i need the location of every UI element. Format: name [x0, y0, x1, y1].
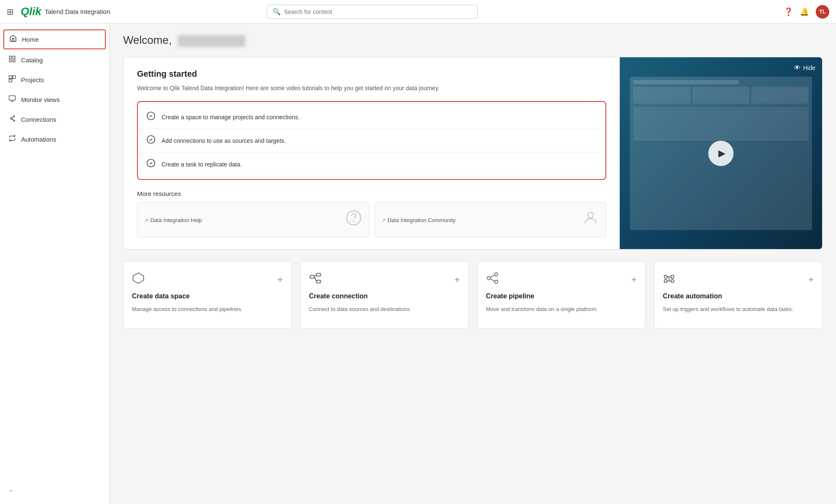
quick-action-create-connection[interactable]: + Create connection Connect to data sour… [300, 261, 469, 329]
topnav-right-section: ❓ 🔔 TL [784, 5, 829, 19]
svg-line-30 [490, 275, 495, 278]
svg-point-29 [495, 280, 498, 284]
video-thumbnail [620, 57, 822, 249]
svg-line-26 [314, 277, 316, 281]
sidebar-item-home-label: Home [22, 36, 39, 43]
qa-header-data-space: + [132, 272, 283, 287]
svg-point-12 [13, 120, 15, 121]
help-resource-icon [345, 209, 362, 230]
welcome-heading: Welcome, [123, 34, 823, 47]
qa-title-connection: Create connection [309, 292, 460, 300]
pipeline-icon [486, 272, 499, 287]
connection-icon [309, 272, 322, 287]
svg-rect-32 [664, 276, 667, 278]
resource-help-label: Data Integration Help [150, 217, 202, 223]
checklist-item-2[interactable]: Create a task to replicate data. [138, 153, 605, 176]
video-panel: 👁 Hide [620, 57, 822, 249]
svg-rect-5 [13, 76, 16, 79]
quick-actions: + Create data space Manage access to con… [123, 261, 823, 329]
checklist-item-1[interactable]: Add connections to use as sources and ta… [138, 129, 605, 153]
notifications-icon[interactable]: 🔔 [800, 7, 809, 16]
getting-started-description: Welcome to Qlik Talend Data Integration!… [137, 84, 606, 93]
svg-rect-6 [9, 79, 12, 82]
resource-cards: ↗ Data Integration Help ↗ Data Integr [137, 202, 606, 237]
checklist-item-0[interactable]: Create a space to manage projects and co… [138, 105, 605, 129]
getting-started-left: Getting started Welcome to Qlik Talend D… [124, 57, 620, 249]
community-resource-icon [582, 209, 599, 230]
video-screenshot [630, 77, 812, 230]
sidebar: Home Catalog Projects M [0, 24, 110, 504]
catalog-icon [8, 55, 16, 65]
sidebar-item-catalog[interactable]: Catalog [0, 50, 109, 70]
search-icon: 🔍 [272, 8, 281, 16]
quick-action-create-automation[interactable]: + Create automation Set up triggers and … [654, 261, 823, 329]
qa-desc-pipeline: Move and transform data on a single plat… [486, 305, 637, 314]
main-layout: Home Catalog Projects M [0, 24, 836, 504]
automations-icon [8, 134, 16, 144]
search-input[interactable] [284, 8, 472, 15]
getting-started-title: Getting started [137, 69, 606, 79]
svg-line-13 [12, 117, 14, 118]
svg-rect-33 [671, 276, 674, 278]
collapse-icon: ← [8, 487, 14, 494]
resource-card-help[interactable]: ↗ Data Integration Help [137, 202, 369, 237]
data-space-plus-icon: + [277, 274, 283, 285]
top-navigation: ⊞ Qlik Talend Data Integration 🔍 ❓ 🔔 TL [0, 0, 836, 24]
resource-card-community[interactable]: ↗ Data Integration Community [374, 202, 607, 237]
sidebar-item-monitor-views-label: Monitor views [21, 96, 60, 103]
svg-rect-24 [316, 280, 320, 283]
quick-action-create-pipeline[interactable]: + Create pipeline Move and transform dat… [477, 261, 646, 329]
sidebar-collapse-button[interactable]: ← [8, 487, 101, 494]
svg-point-11 [13, 115, 15, 117]
automation-plus-icon: + [808, 274, 814, 285]
svg-rect-34 [664, 280, 667, 282]
getting-started-card: Getting started Welcome to Qlik Talend D… [123, 57, 823, 249]
qlik-logo: Qlik [21, 5, 41, 18]
search-bar[interactable]: 🔍 [267, 5, 478, 19]
sidebar-item-automations[interactable]: Automations [0, 129, 109, 149]
svg-rect-3 [13, 60, 15, 62]
sidebar-item-monitor-views[interactable]: Monitor views [0, 90, 109, 110]
checklist-item-1-text: Add connections to use as sources and ta… [161, 137, 286, 144]
app-name: Talend Data Integration [45, 8, 110, 15]
home-icon [9, 35, 17, 44]
user-name-blurred [178, 35, 245, 47]
connections-icon [8, 115, 16, 124]
qa-title-pipeline: Create pipeline [486, 292, 637, 300]
qa-desc-data-space: Manage access to connections and pipelin… [132, 305, 283, 314]
video-play-button[interactable] [708, 141, 734, 166]
qa-header-connection: + [309, 272, 460, 287]
qa-desc-connection: Connect to data sources and destinations… [309, 305, 460, 314]
svg-point-28 [495, 273, 498, 276]
sidebar-bottom: ← [0, 482, 109, 499]
automation-icon [663, 272, 675, 287]
monitor-icon [8, 95, 16, 105]
quick-action-create-data-space[interactable]: + Create data space Manage access to con… [123, 261, 292, 329]
external-link-icon-community: ↗ [382, 217, 386, 223]
qa-title-data-space: Create data space [132, 292, 283, 300]
resource-community-label: Data Integration Community [387, 217, 456, 223]
qa-desc-automation: Set up triggers and workflows to automat… [663, 305, 814, 314]
user-avatar[interactable]: TL [816, 5, 829, 19]
resource-help-text: ↗ Data Integration Help [144, 216, 202, 224]
svg-point-20 [588, 212, 593, 218]
checklist-item-2-text: Create a task to replicate data. [161, 161, 242, 168]
sidebar-item-projects[interactable]: Projects [0, 70, 109, 90]
projects-icon [8, 75, 16, 85]
check-icon-0 [146, 111, 156, 123]
sidebar-item-connections[interactable]: Connections [0, 110, 109, 129]
svg-rect-4 [9, 76, 12, 79]
svg-marker-21 [133, 273, 144, 284]
data-space-icon [132, 272, 145, 287]
svg-rect-23 [316, 273, 320, 276]
svg-rect-7 [9, 96, 16, 100]
help-icon[interactable]: ❓ [784, 7, 793, 16]
qa-title-automation: Create automation [663, 292, 814, 300]
checklist-item-0-text: Create a space to manage projects and co… [161, 114, 300, 121]
pipeline-plus-icon: + [631, 274, 637, 285]
sidebar-item-home[interactable]: Home [3, 29, 106, 49]
grid-icon[interactable]: ⊞ [7, 7, 14, 17]
svg-point-27 [487, 276, 490, 280]
resource-community-text: ↗ Data Integration Community [382, 216, 456, 224]
svg-rect-0 [9, 56, 11, 58]
